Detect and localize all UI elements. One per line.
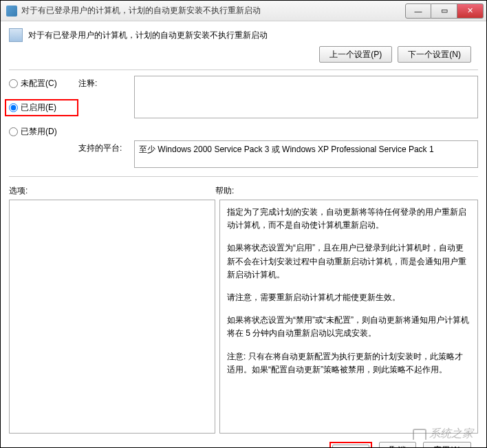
- window-title: 对于有已登录用户的计算机，计划的自动更新安装不执行重新启动: [21, 5, 405, 17]
- top-grid: 未配置(C) 已启用(E) 已禁用(D) 注释: 支持的平台: 至少 Windo…: [9, 76, 478, 168]
- radio-disabled-label: 已禁用(D): [21, 126, 57, 138]
- lower-grid: 指定为了完成计划的安装，自动更新将等待任何登录的用户重新启动计算机，而不是自动使…: [9, 200, 478, 434]
- ok-button[interactable]: 确定: [332, 445, 369, 448]
- radio-not-configured[interactable]: 未配置(C): [9, 78, 74, 89]
- highlight-ok: 确定: [329, 442, 372, 448]
- platform-box: 至少 Windows 2000 Service Pack 3 或 Windows…: [134, 140, 478, 168]
- highlight-enabled: 已启用(E): [5, 99, 78, 116]
- radio-disabled[interactable]: 已禁用(D): [9, 126, 74, 138]
- divider-2: [9, 176, 478, 177]
- help-p1: 指定为了完成计划的安装，自动更新将等待任何登录的用户重新启动计算机，而不是自动使…: [227, 206, 470, 232]
- close-button[interactable]: ✕: [457, 3, 484, 19]
- window-controls: — ▭ ✕: [405, 3, 484, 19]
- help-panel[interactable]: 指定为了完成计划的安装，自动更新将等待任何登录的用户重新启动计算机，而不是自动使…: [219, 200, 478, 434]
- radio-disabled-input[interactable]: [9, 127, 18, 136]
- platform-label: 支持的平台:: [78, 140, 130, 154]
- section-labels: 选项: 帮助:: [9, 185, 478, 197]
- comment-textarea[interactable]: [134, 76, 478, 118]
- help-p2: 如果将状态设置为“启用”，且在用户已登录到此计算机时，自动更新不会在计划安装过程…: [227, 242, 470, 281]
- previous-setting-button[interactable]: 上一个设置(P): [319, 46, 392, 63]
- app-icon: [6, 6, 17, 17]
- minimize-button[interactable]: —: [405, 3, 431, 19]
- radio-group: 未配置(C) 已启用(E) 已禁用(D): [9, 76, 74, 138]
- radio-enabled-input[interactable]: [9, 103, 18, 112]
- help-p4: 如果将状态设置为“禁用”或“未配置”，则自动更新将通知用户计算机将在 5 分钟内…: [227, 314, 470, 340]
- header-row: 对于有已登录用户的计算机，计划的自动更新安装不执行重新启动: [9, 28, 478, 42]
- help-p5: 注意: 只有在将自动更新配置为执行更新的计划安装时，此策略才适用。如果“配置自动…: [227, 350, 470, 376]
- options-panel: [9, 200, 215, 434]
- help-p3: 请注意，需要重新启动计算机才能使更新生效。: [227, 291, 470, 304]
- apply-button[interactable]: 应用(A): [423, 442, 471, 448]
- divider: [9, 70, 478, 70]
- nav-buttons: 上一个设置(P) 下一个设置(N): [9, 46, 478, 63]
- next-setting-button[interactable]: 下一个设置(N): [398, 46, 471, 63]
- radio-not-configured-input[interactable]: [9, 79, 18, 88]
- platform-text: 至少 Windows 2000 Service Pack 3 或 Windows…: [139, 145, 434, 154]
- maximize-button[interactable]: ▭: [431, 3, 457, 19]
- comment-label: 注释:: [78, 76, 130, 89]
- policy-title: 对于有已登录用户的计算机，计划的自动更新安装不执行重新启动: [28, 30, 478, 41]
- help-label: 帮助:: [215, 185, 234, 197]
- titlebar: 对于有已登录用户的计算机，计划的自动更新安装不执行重新启动 — ▭ ✕: [1, 1, 486, 21]
- cancel-button[interactable]: 取消: [379, 442, 416, 448]
- radio-not-configured-label: 未配置(C): [21, 78, 57, 89]
- options-label: 选项:: [9, 185, 215, 197]
- dialog-content: 对于有已登录用户的计算机，计划的自动更新安装不执行重新启动 上一个设置(P) 下…: [1, 21, 486, 448]
- policy-icon: [9, 28, 23, 42]
- radio-enabled[interactable]: 已启用(E): [9, 102, 74, 114]
- bottom-buttons: 确定 取消 应用(A): [9, 442, 478, 448]
- radio-enabled-label: 已启用(E): [21, 102, 56, 114]
